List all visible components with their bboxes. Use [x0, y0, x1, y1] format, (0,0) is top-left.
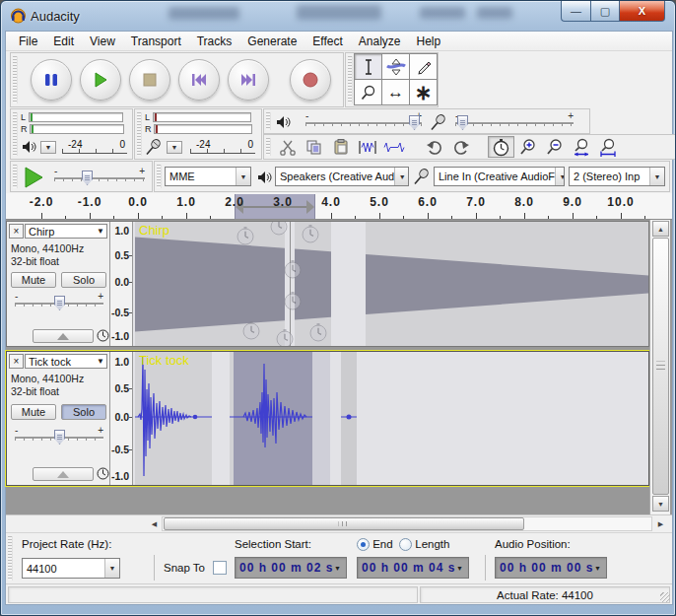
selection-start-field[interactable]: 00 h 00 m 02 s▼ — [235, 557, 347, 579]
output-volume-slider[interactable]: -+ — [305, 114, 422, 132]
envelope-tool[interactable] — [381, 53, 410, 80]
timeline-ruler[interactable]: -2.0 -1.0 0.0 1.0 2.0 3.0 4.0 5.0 6.0 7.… — [6, 193, 672, 220]
zoom-in-button[interactable] — [514, 136, 541, 158]
track-title-menu[interactable]: Tick tock▼ — [25, 354, 107, 369]
track-collapse-button[interactable] — [33, 329, 94, 343]
waveform-area-chirp[interactable]: Chirp — [133, 222, 648, 346]
playback-meter-right[interactable] — [30, 124, 124, 134]
toolbar-grip[interactable] — [137, 112, 142, 156]
menu-analyze[interactable]: Analyze — [351, 33, 409, 50]
menu-file[interactable]: File — [11, 33, 45, 50]
skip-to-start-button[interactable] — [178, 59, 220, 101]
gain-slider[interactable]: -+ — [15, 429, 103, 446]
track-title-menu[interactable]: Chirp▼ — [25, 224, 107, 239]
input-volume-slider[interactable]: -+ — [455, 114, 574, 132]
playback-speed-slider[interactable]: -+ — [54, 170, 145, 187]
redo-button[interactable] — [447, 136, 474, 158]
project-rate-select[interactable]: 44100▼ — [22, 558, 120, 579]
amplitude-ruler[interactable]: 1.0 0.5 0.0 -0.5 -1.0 — [110, 222, 133, 346]
vertical-scroll-thumb[interactable] — [652, 238, 669, 495]
mute-button[interactable]: Mute — [11, 272, 56, 288]
close-button[interactable]: X — [619, 1, 665, 22]
snap-to-checkbox[interactable] — [213, 561, 227, 575]
track-close-button[interactable]: × — [9, 354, 24, 369]
selection-tool[interactable] — [354, 53, 382, 80]
scroll-up-button[interactable]: ▲ — [652, 221, 669, 237]
cut-button[interactable] — [274, 136, 301, 158]
gain-slider[interactable]: -+ — [15, 295, 103, 312]
record-button[interactable] — [290, 59, 331, 101]
trim-audio-button[interactable] — [354, 136, 380, 158]
sync-lock-button[interactable] — [488, 136, 514, 158]
gain-thumb[interactable] — [54, 430, 65, 445]
multi-tool[interactable]: ∗ — [409, 79, 438, 105]
play-button[interactable] — [80, 59, 121, 101]
gain-thumb[interactable] — [54, 296, 65, 310]
undo-button[interactable] — [421, 136, 447, 158]
vertical-scrollbar[interactable]: ▲ ▼ — [649, 220, 670, 514]
audio-host-select[interactable]: MME▼ — [165, 167, 251, 186]
mute-button[interactable]: Mute — [11, 404, 56, 420]
pause-button[interactable] — [31, 59, 72, 101]
timeshift-tool[interactable]: ↔ — [381, 79, 410, 105]
fit-project-button[interactable] — [594, 136, 621, 158]
scroll-right-button[interactable]: ▶ — [653, 516, 668, 531]
maximize-button[interactable]: ▢ — [590, 1, 619, 22]
track-tick-tock[interactable]: × Tick tock▼ Mono, 44100Hz 32-bit float … — [6, 351, 649, 486]
menu-effect[interactable]: Effect — [304, 33, 350, 50]
toolbar-grip[interactable] — [8, 536, 13, 581]
menu-edit[interactable]: Edit — [45, 33, 82, 50]
minimize-button[interactable]: — — [561, 1, 590, 22]
playback-speed-thumb[interactable] — [82, 171, 93, 185]
track-close-button[interactable]: × — [9, 224, 24, 239]
menu-help[interactable]: Help — [409, 33, 449, 50]
stop-button[interactable] — [129, 59, 170, 101]
waveform-area-tick-tock[interactable]: Tick tock — [133, 352, 648, 485]
track-chirp[interactable]: × Chirp▼ Mono, 44100Hz 32-bit float Mute… — [6, 221, 649, 347]
playback-meter-left[interactable] — [29, 112, 123, 122]
scroll-down-button[interactable]: ▼ — [652, 496, 669, 512]
playback-meter-dropdown[interactable]: ▼ — [40, 141, 56, 154]
amplitude-ruler[interactable]: 1.0 0.5 0.0 -0.5 -1.0 — [110, 352, 133, 485]
end-radio[interactable] — [357, 538, 370, 551]
paste-button[interactable] — [327, 136, 354, 158]
playback-device-select[interactable]: Speakers (Creative Aud▼ — [275, 167, 409, 186]
recording-meter-toolbar[interactable]: L R ▼ -240 — [134, 108, 262, 160]
horizontal-scroll-thumb[interactable] — [164, 517, 524, 530]
menu-view[interactable]: View — [82, 33, 123, 50]
playback-meter-toolbar[interactable]: L R ▼ -240 — [10, 108, 133, 160]
menu-transport[interactable]: Transport — [123, 33, 189, 50]
silence-audio-button[interactable] — [380, 136, 407, 158]
input-volume-thumb[interactable] — [457, 115, 468, 130]
track-collapse-button[interactable] — [33, 467, 94, 481]
recording-meter-right[interactable] — [154, 124, 252, 134]
toolbar-grip[interactable] — [266, 112, 271, 130]
length-radio[interactable] — [399, 538, 412, 551]
zoom-out-button[interactable] — [541, 136, 568, 158]
output-volume-thumb[interactable] — [409, 115, 420, 130]
recording-meter-dropdown[interactable]: ▼ — [167, 141, 182, 154]
recording-channels-select[interactable]: 2 (Stereo) Inp▼ — [569, 167, 665, 186]
scroll-left-button[interactable]: ◀ — [147, 516, 162, 531]
title-bar[interactable]: Audacity — ▢ X — [1, 1, 676, 31]
toolbar-grip[interactable] — [266, 138, 271, 156]
solo-button[interactable]: Solo — [61, 272, 106, 288]
audio-position-field[interactable]: 00 h 00 m 00 s▼ — [495, 557, 607, 579]
toolbar-grip[interactable] — [157, 165, 162, 188]
toolbar-grip[interactable] — [13, 165, 18, 188]
toolbar-grip[interactable] — [13, 112, 18, 156]
skip-to-end-button[interactable] — [228, 59, 269, 101]
copy-button[interactable] — [301, 136, 327, 158]
solo-button[interactable]: Solo — [61, 404, 106, 420]
draw-tool[interactable] — [409, 53, 438, 80]
fit-selection-button[interactable] — [568, 136, 594, 158]
menu-generate[interactable]: Generate — [239, 33, 304, 50]
play-at-speed-button[interactable] — [21, 165, 46, 189]
recording-meter-left[interactable] — [153, 112, 251, 122]
zoom-tool[interactable] — [354, 79, 382, 105]
resize-grip[interactable] — [660, 592, 670, 602]
recording-device-select[interactable]: Line In (Creative AudioF▼ — [434, 167, 565, 186]
menu-tracks[interactable]: Tracks — [189, 33, 240, 50]
toolbar-grip[interactable] — [13, 56, 18, 103]
selection-end-field[interactable]: 00 h 00 m 04 s▼ — [357, 557, 469, 579]
